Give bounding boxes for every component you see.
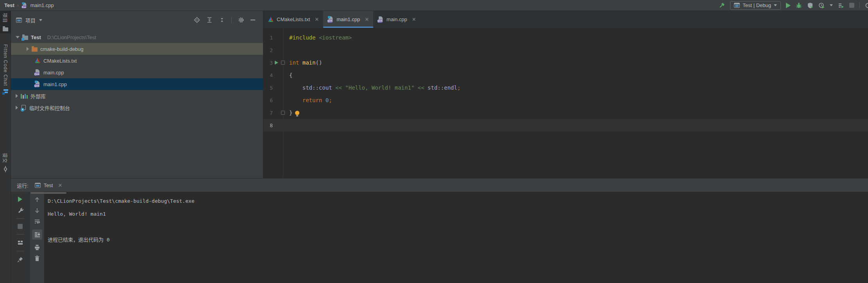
down-arrow-icon[interactable] [34, 207, 40, 214]
project-panel-header: 项目 [11, 11, 263, 29]
project-window-icon [16, 18, 22, 23]
wrench-icon[interactable] [17, 207, 23, 213]
tree-row-project-root[interactable]: Test D:\CLionProjects\Test [11, 31, 263, 43]
code-editor[interactable]: 1#include <iostream>23int main()4{5 std:… [263, 28, 868, 178]
chevron-down-icon[interactable] [16, 36, 20, 38]
run-configuration-selector[interactable]: Test | Debug [730, 1, 781, 10]
intention-bulb-icon[interactable] [295, 111, 299, 115]
run-panel-header: 运行: Test ✕ [11, 178, 868, 192]
tab-main1-cpp[interactable]: C++ main1.cpp ✕ [323, 11, 373, 28]
panel-actions-separator [231, 17, 232, 23]
code-line[interactable]: 3int main() [263, 56, 868, 69]
editor-lines: 1#include <iostream>23int main()4{5 std:… [263, 31, 868, 132]
tool-button-project[interactable]: 项目 [0, 11, 11, 33]
run-button[interactable] [786, 3, 791, 8]
fold-marker-icon[interactable] [281, 111, 285, 115]
breadcrumb-file[interactable]: main1.cpp [30, 2, 54, 8]
tree-label: Test [31, 34, 41, 40]
run-with-coverage-icon[interactable] [807, 2, 813, 9]
project-tree: Test D:\CLionProjects\Test cmake-build-d… [11, 31, 263, 114]
run-tab-test[interactable]: Test ✕ [35, 182, 63, 188]
trash-icon[interactable] [34, 255, 40, 261]
build-hammer-icon[interactable] [719, 2, 725, 9]
code-line[interactable]: 2 [263, 44, 868, 56]
stop-button[interactable] [18, 224, 23, 229]
console-line: D:\CLionProjects\Test\cmake-build-debug\… [48, 195, 868, 207]
attach-profiler-icon[interactable] [838, 2, 844, 9]
tree-project-path: D:\CLionProjects\Test [47, 34, 96, 40]
close-icon[interactable]: ✕ [315, 16, 319, 22]
code-text: #include <iostream> [286, 34, 352, 41]
more-run-options-icon[interactable] [830, 4, 833, 6]
line-number: 2 [263, 47, 273, 53]
code-line[interactable]: 6 return 0; [263, 94, 868, 106]
breadcrumb-project[interactable]: Test [4, 2, 14, 8]
hide-panel-icon[interactable] [251, 20, 255, 20]
tool-button-fitten-chat[interactable]: Fitten Code Chat [0, 42, 11, 97]
project-tool-window: 项目 [11, 11, 263, 178]
toolbar-separator [16, 251, 24, 251]
tree-row-scratches[interactable]: 临时文件和控制台 [11, 102, 263, 114]
line-number: 5 [263, 85, 273, 91]
project-folder-icon [22, 36, 28, 40]
editor-tab-bar: CMakeLists.txt ✕ C++ main1.cpp ✕ C++ mai… [263, 11, 868, 28]
tab-cmakelists[interactable]: CMakeLists.txt ✕ [263, 11, 323, 28]
editor-area: CMakeLists.txt ✕ C++ main1.cpp ✕ C++ mai… [263, 11, 868, 178]
tab-main-cpp[interactable]: C++ main.cpp ✕ [373, 11, 421, 28]
code-line[interactable]: 5 std::cout << "Hello, World! main1" << … [263, 81, 868, 94]
soft-wrap-icon[interactable] [34, 218, 40, 225]
chevron-down-icon [774, 4, 777, 6]
tree-row-main-cpp[interactable]: C++ main.cpp [11, 67, 263, 78]
run-gutter-icon[interactable] [275, 61, 278, 65]
up-arrow-icon[interactable] [34, 196, 40, 203]
tree-label: 临时文件和控制台 [29, 104, 70, 112]
tree-row-cmake-build-debug[interactable]: cmake-build-debug [11, 43, 263, 55]
project-panel-title[interactable]: 项目 [25, 16, 36, 24]
console-output[interactable]: D:\CLionProjects\Test\cmake-build-debug\… [45, 192, 868, 283]
tool-button-commit[interactable]: 提交 [0, 151, 11, 174]
excluded-folder-icon [32, 47, 38, 52]
rerun-button[interactable] [18, 196, 22, 202]
project-view-dropdown-icon[interactable] [39, 19, 42, 21]
run-config-window-icon [734, 3, 740, 8]
fitten-chat-label: Fitten Code Chat [3, 44, 8, 86]
chevron-right-icon[interactable] [16, 106, 18, 110]
code-line[interactable]: 8 [263, 119, 868, 132]
pin-icon[interactable] [17, 256, 23, 263]
search-everywhere-icon[interactable] [865, 2, 868, 9]
tree-row-external-libraries[interactable]: 外部库 [11, 90, 263, 102]
horizontal-scrollbar-thumb[interactable] [30, 192, 66, 194]
close-icon[interactable]: ✕ [58, 182, 62, 188]
restore-layout-icon[interactable] [17, 240, 23, 246]
run-tab-label: Test [44, 182, 53, 188]
expand-all-icon[interactable] [206, 17, 213, 23]
chevron-right-icon[interactable] [27, 47, 29, 51]
breadcrumb-separator: › [17, 3, 19, 8]
line-number: 4 [263, 72, 273, 78]
tree-row-cmakelists[interactable]: CMakeLists.txt [11, 55, 263, 67]
cpp-file-icon: C++ [328, 16, 334, 23]
code-line[interactable]: 1#include <iostream> [263, 31, 868, 44]
code-line[interactable]: 7} [263, 106, 868, 119]
chevron-right-icon[interactable] [16, 94, 18, 98]
ide-window: Test › C++ main1.cpp Test | Debug [0, 0, 868, 283]
gear-icon[interactable] [238, 17, 244, 23]
close-icon[interactable]: ✕ [365, 16, 369, 22]
cmake-file-icon [34, 58, 41, 64]
debug-bug-icon[interactable] [796, 2, 802, 9]
run-toolbar-left [11, 192, 30, 283]
commit-icon [2, 166, 9, 172]
run-toolbar-console [30, 192, 45, 283]
library-icon [21, 93, 28, 99]
locate-file-icon[interactable] [194, 17, 200, 23]
stop-button[interactable] [849, 3, 854, 8]
close-icon[interactable]: ✕ [412, 16, 416, 22]
printer-icon[interactable] [34, 244, 40, 251]
profiler-icon[interactable] [818, 2, 825, 9]
scroll-to-end-button[interactable] [32, 229, 42, 240]
fold-marker-icon[interactable] [281, 61, 285, 65]
commit-tool-label: 提交 [2, 153, 9, 163]
tree-row-main1-cpp[interactable]: C++ main1.cpp [11, 78, 263, 90]
code-line[interactable]: 4{ [263, 69, 868, 81]
collapse-all-icon[interactable] [219, 17, 225, 23]
